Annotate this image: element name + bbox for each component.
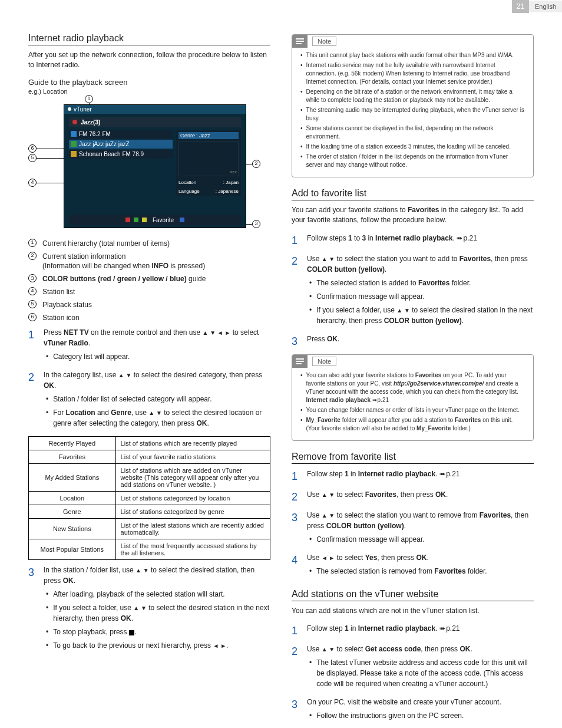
step: 1Follow step 1 in Internet radio playbac… xyxy=(292,623,534,639)
note-box-top: Note •This unit cannot play back station… xyxy=(292,34,534,177)
sub-bullet: •Confirmation message will appear. xyxy=(309,534,534,545)
table-row: Most Popular StationsList of the most fr… xyxy=(29,539,270,560)
step: 2In the category list, use ▲ ▼ to select… xyxy=(28,370,270,431)
language-label: English xyxy=(529,1,562,12)
step-3: 3In the station / folder list, use ▲ ▼ t… xyxy=(28,565,270,654)
sub-bullet: •Category list will appear. xyxy=(46,351,270,362)
step: 3On your PC, visit the website and creat… xyxy=(292,697,534,724)
note-bullet: •You can also add your favorite stations… xyxy=(300,371,525,404)
step: 2Use ▲ ▼ to select Get access code, then… xyxy=(292,644,534,692)
fav-steps: 1Follow steps 1 to 3 in Internet radio p… xyxy=(292,233,534,350)
legend-item: 5Playback status xyxy=(28,300,270,310)
svg-rect-1 xyxy=(296,41,304,42)
sub-bullet: •To go back to the previous or next hier… xyxy=(46,640,270,651)
sub-bullet: •Follow the instructions given on the PC… xyxy=(309,710,534,721)
legend-item: 2Current station information(Information… xyxy=(28,252,270,272)
callout-5: 5 xyxy=(28,154,37,162)
legend-item: 3COLOR buttons (red / green / yellow / b… xyxy=(28,274,270,284)
category-desc: List of stations which are added on vTun… xyxy=(115,464,270,492)
step: 2Use ▲ ▼ to select the station you want … xyxy=(292,253,534,329)
callout-6: 6 xyxy=(28,144,37,153)
sub-bullet: •For Location and Genre, use ▲ ▼ to sele… xyxy=(46,407,270,429)
table-row: LocationList of stations categorized by … xyxy=(29,492,270,505)
step: 4Use ◄ ► to select Yes, then press OK.•T… xyxy=(292,552,534,579)
section-title-internet-radio: Internet radio playback xyxy=(28,33,270,45)
legend-num: 2 xyxy=(28,252,37,260)
section-title-add-favorite: Add to favorite list xyxy=(292,188,534,200)
category-table: Recently PlayedList of stations which ar… xyxy=(28,436,270,560)
category-desc: List of stations categorized by genre xyxy=(115,505,270,519)
category-desc: List of the latest stations which are re… xyxy=(115,519,270,539)
step: 1Follow step 1 in Internet radio playbac… xyxy=(292,469,534,485)
note-icon xyxy=(292,35,308,48)
diagram-legend: 1Current hierarchy (total number of item… xyxy=(28,239,270,323)
sub-bullet: •To stop playback, press . xyxy=(46,627,270,637)
example-label: e.g.) Location xyxy=(28,88,270,95)
svg-rect-2 xyxy=(296,43,302,44)
note-box-fav: Note •You can also add your favorite sta… xyxy=(292,354,534,441)
legend-num: 6 xyxy=(28,313,37,321)
note-bullet: •Depending on the bit rate of a station … xyxy=(300,88,525,104)
svg-rect-3 xyxy=(296,358,304,360)
callout-1: 1 xyxy=(85,95,93,103)
guide-heading: Guide to the playback screen xyxy=(28,78,270,87)
mock-screen: vTuner Jazz(3) FM 76.2 FM Jazz jAzz jaZz… xyxy=(64,104,246,228)
sub-bullet: •If you select a folder, use ▲ ▼ to sele… xyxy=(309,305,534,326)
section-title-add-vtuner: Add stations on the vTuner website xyxy=(292,589,534,601)
legend-num: 1 xyxy=(28,239,37,247)
note-bullet: •Internet radio service may not be fully… xyxy=(300,61,525,86)
category-name: Most Popular Stations xyxy=(29,539,116,560)
note-bullet: •Some stations cannot be displayed in th… xyxy=(300,124,525,141)
svg-rect-4 xyxy=(296,361,304,362)
step-number: 3 xyxy=(292,697,300,724)
sub-bullet: •If you select a folder, use ▲ ▼ to sele… xyxy=(46,602,270,624)
note-bullet: •The order of station / folder in the li… xyxy=(300,153,525,169)
note-bullet: •The streaming audio may be interrupted … xyxy=(300,106,525,123)
callout-3: 3 xyxy=(252,220,260,228)
callout-4: 4 xyxy=(28,179,37,187)
step: 3Use ▲ ▼ to select the station you want … xyxy=(292,510,534,548)
left-column: Internet radio playback After you set up… xyxy=(28,29,270,728)
legend-num: 3 xyxy=(28,274,37,282)
station-row: Schonan Beach FM 78.9 xyxy=(79,151,144,157)
step-number: 2 xyxy=(28,370,37,431)
note-bullet: •My_Favorite folder will appear after yo… xyxy=(300,416,525,433)
step: 1Follow steps 1 to 3 in Internet radio p… xyxy=(292,233,534,249)
note-label: Note xyxy=(312,357,336,366)
step-number: 3 xyxy=(292,334,300,350)
fav-intro: You can add your favorite stations to Fa… xyxy=(292,205,534,226)
step-number: 2 xyxy=(292,489,300,505)
step-number: 1 xyxy=(292,233,300,249)
table-row: FavoritesList of your favorite radio sta… xyxy=(29,450,270,464)
sub-bullet: •The selected station is removed from Fa… xyxy=(309,566,534,577)
remove-steps: 1Follow step 1 in Internet radio playbac… xyxy=(292,469,534,579)
note-label: Note xyxy=(312,37,336,46)
legend-item: 4Station list xyxy=(28,287,270,297)
legend-item: 1Current hierarchy (total number of item… xyxy=(28,239,270,249)
legend-item: 6Station icon xyxy=(28,313,270,323)
hierarchy-title: Jazz(3) xyxy=(81,119,100,126)
section-title-remove-favorite: Remove from favorite list xyxy=(292,452,534,464)
category-name: Favorites xyxy=(29,450,116,464)
svg-rect-5 xyxy=(296,363,302,364)
category-name: New Stations xyxy=(29,519,116,539)
step: 3In the station / folder list, use ▲ ▼ t… xyxy=(28,565,270,654)
step-number: 1 xyxy=(292,623,300,639)
category-name: Location xyxy=(29,492,116,505)
step: 3Press OK. xyxy=(292,334,534,350)
addweb-steps: 1Follow step 1 in Internet radio playbac… xyxy=(292,623,534,728)
step-number: 2 xyxy=(292,644,300,692)
category-desc: List of your favorite radio stations xyxy=(115,450,270,464)
sub-bullet: •After loading, playback of the selected… xyxy=(46,589,270,599)
right-column: Note •This unit cannot play back station… xyxy=(292,29,534,728)
bottom-bar-label: Favorite xyxy=(153,217,174,223)
brand-label: vTuner xyxy=(74,106,92,113)
note-bullet: •You can change folder names or order of… xyxy=(300,406,525,414)
step: 2Use ▲ ▼ to select Favorites, then press… xyxy=(292,489,534,505)
category-name: Genre xyxy=(29,505,116,519)
category-desc: List of stations categorized by location xyxy=(115,492,270,505)
step-number: 3 xyxy=(28,565,37,654)
info-panel: Genre: Jazz azz Location: Japan Language… xyxy=(176,130,241,196)
step-number: 1 xyxy=(28,327,37,365)
category-desc: List of the most frequently accessed sta… xyxy=(115,539,270,560)
